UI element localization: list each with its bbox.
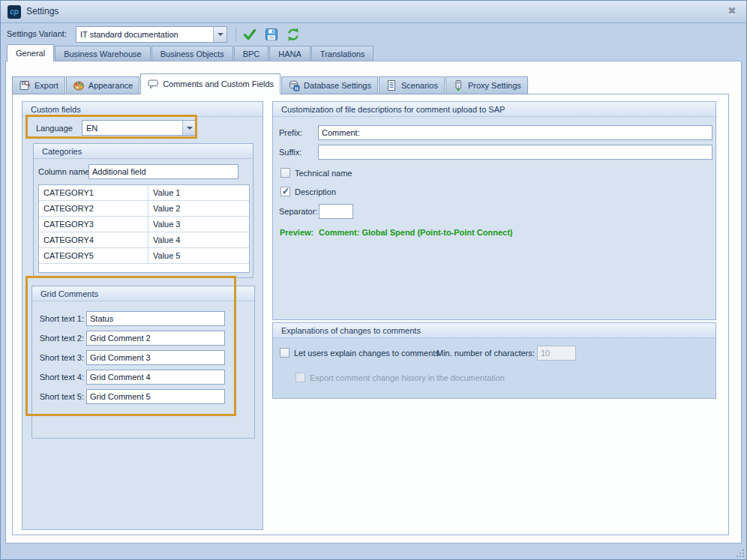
window-title: Settings [26, 1, 58, 22]
database-icon: H [288, 79, 300, 91]
short-text-4-input[interactable] [86, 370, 225, 385]
grid-comments-group: Grid Comments Short text 1: Short text 2… [32, 286, 255, 439]
save-icon[interactable] [264, 27, 279, 42]
preview-value: Comment: Global Spend (Point-to-Point Co… [319, 225, 512, 240]
subtab-comments-label: Comments and Custom Fields [163, 79, 274, 88]
short-text-3-input[interactable] [86, 350, 225, 365]
toolbar-separator [236, 27, 236, 42]
category-name-cell[interactable]: CATEGORY4 [39, 232, 148, 247]
tab-bpc[interactable]: BPC [234, 46, 269, 61]
subtab-appearance-label: Appearance [88, 81, 133, 90]
settings-variant-input[interactable] [76, 27, 213, 42]
refresh-icon[interactable] [286, 27, 301, 42]
subtab-appearance[interactable]: Appearance [66, 76, 140, 94]
min-chars-label: Min. number of characters: [436, 346, 535, 361]
let-users-explain-checkbox[interactable] [280, 348, 290, 358]
categories-table[interactable]: CATEGORY1 Value 1 CATEGORY2 Value 2 CATE… [38, 184, 250, 273]
subtab-scenarios-label: Scenarios [401, 81, 438, 90]
short-text-1-label: Short text 1: [35, 311, 84, 326]
export-history-checkbox [296, 373, 305, 382]
chevron-down-icon[interactable] [213, 27, 226, 42]
prefix-input[interactable] [318, 125, 712, 140]
table-row[interactable]: CATEGORY5 Value 5 [39, 248, 249, 264]
close-icon[interactable]: ✖ [725, 4, 739, 18]
language-combobox[interactable] [82, 120, 196, 136]
min-chars-input [537, 346, 576, 361]
app-logo-icon: cp [8, 5, 21, 19]
description-checkbox[interactable] [280, 187, 290, 196]
explanations-group-title: Explanations of changes to comments [273, 323, 716, 338]
short-text-3-label: Short text 3: [35, 350, 84, 365]
tab-translations[interactable]: Translations [311, 46, 374, 61]
palette-icon [73, 79, 85, 91]
description-label: Description [295, 184, 336, 199]
subtab-proxy-settings[interactable]: Proxy Settings [446, 76, 528, 94]
suffix-input[interactable] [318, 145, 712, 160]
language-input[interactable] [82, 121, 182, 135]
column-name-label: Column name: [38, 164, 92, 179]
preview-label: Preview: [280, 225, 314, 240]
category-name-cell[interactable]: CATEGORY3 [39, 217, 148, 232]
technical-name-checkbox[interactable] [280, 168, 290, 178]
sub-tab-bar: Export Appearance Comments and C [12, 73, 529, 94]
export-icon [19, 79, 31, 91]
tab-business-warehouse[interactable]: Business Warehouse [55, 46, 151, 61]
settings-variant-combobox[interactable] [76, 26, 227, 43]
table-row[interactable]: CATEGORY2 Value 2 [39, 201, 249, 217]
subtab-export-label: Export [34, 81, 58, 90]
title-bar: cp Settings ✖ [1, 1, 746, 23]
table-row[interactable]: CATEGORY3 Value 3 [39, 217, 249, 232]
comments-custom-fields-panel: Custom fields Language Categories Column… [12, 94, 729, 535]
settings-variant-label: Settings Variant: [7, 23, 67, 44]
customization-group-title: Customization of file descriptions for c… [273, 102, 716, 117]
general-tab-panel: Export Appearance Comments and C [5, 61, 742, 544]
short-text-2-label: Short text 2: [35, 331, 84, 346]
tab-general[interactable]: General [7, 44, 54, 61]
category-name-cell[interactable]: CATEGORY5 [39, 248, 148, 263]
separator-label: Separator: [279, 204, 317, 219]
custom-fields-group: Custom fields Language Categories Column… [22, 101, 263, 530]
chevron-down-icon[interactable] [182, 121, 196, 135]
suffix-label: Suffix: [279, 145, 302, 160]
svg-text:H: H [295, 86, 298, 91]
categories-group-title: Categories [34, 144, 253, 159]
server-icon [452, 79, 464, 91]
customization-group: Customization of file descriptions for c… [272, 101, 716, 320]
categories-group: Categories Column name: CATEGORY1 Value … [33, 143, 254, 278]
let-users-explain-label: Let users explain changes to comments [294, 346, 440, 361]
subtab-comments-custom-fields[interactable]: Comments and Custom Fields [140, 73, 280, 94]
speech-bubble-icon [147, 78, 159, 90]
category-value-cell[interactable]: Value 4 [148, 232, 249, 247]
table-row[interactable]: CATEGORY4 Value 4 [39, 232, 249, 248]
subtab-database-label: Database Settings [304, 81, 371, 90]
category-value-cell[interactable]: Value 5 [148, 248, 249, 263]
short-text-4-label: Short text 4: [35, 370, 84, 385]
category-value-cell[interactable]: Value 2 [148, 201, 249, 216]
custom-fields-group-title: Custom fields [22, 102, 262, 117]
settings-window: cp Settings ✖ Settings Variant: General [0, 0, 747, 560]
separator-input[interactable] [319, 204, 353, 219]
subtab-database-settings[interactable]: H Database Settings [281, 76, 378, 94]
category-value-cell[interactable]: Value 3 [148, 217, 249, 232]
subtab-scenarios[interactable]: Scenarios [379, 76, 445, 94]
short-text-5-input[interactable] [86, 389, 225, 404]
category-name-cell[interactable]: CATEGORY2 [39, 201, 148, 216]
grid-comments-group-title: Grid Comments [32, 286, 254, 301]
short-text-2-input[interactable] [86, 331, 225, 346]
confirm-check-icon[interactable] [242, 27, 257, 42]
short-text-5-label: Short text 5: [35, 389, 84, 404]
subtab-export[interactable]: Export [12, 76, 65, 94]
tab-business-objects[interactable]: Business Objects [152, 46, 233, 61]
tab-hana[interactable]: HANA [269, 46, 310, 61]
document-icon [386, 79, 398, 91]
category-name-cell[interactable]: CATEGORY1 [39, 185, 148, 200]
main-tab-bar: General Business Warehouse Business Obje… [7, 44, 374, 61]
subtab-proxy-label: Proxy Settings [468, 81, 521, 90]
category-value-cell[interactable]: Value 1 [148, 185, 249, 200]
resize-grip[interactable] [736, 549, 745, 558]
language-label: Language [36, 121, 73, 136]
short-text-1-input[interactable] [86, 311, 225, 326]
column-name-input[interactable] [88, 164, 238, 179]
table-row[interactable]: CATEGORY1 Value 1 [39, 185, 249, 201]
explanations-group: Explanations of changes to comments Let … [272, 322, 716, 399]
